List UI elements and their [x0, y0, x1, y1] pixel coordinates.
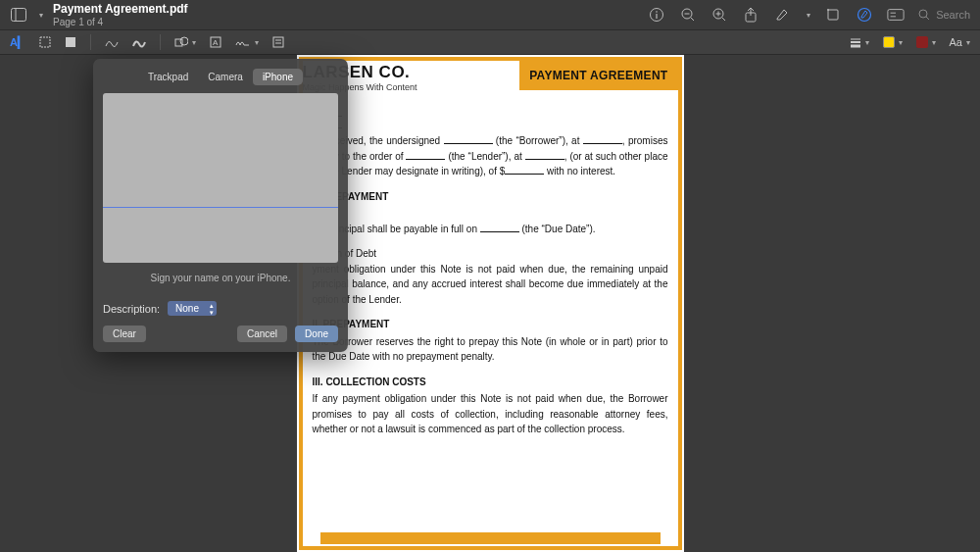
- doc-title-block: Payment Agreement.pdf Page 1 of 4: [53, 2, 188, 27]
- svg-line-6: [691, 18, 694, 21]
- page-body: ue received, the undersigned (the “Borro…: [303, 98, 678, 455]
- svg-point-25: [180, 37, 188, 45]
- shapes-tool[interactable]: ▾: [174, 36, 196, 48]
- markup-icon[interactable]: [856, 6, 873, 24]
- signature-baseline: [103, 207, 338, 208]
- markup-toolbar: A▎ ▾ A ▾ ▾ ▾ ▾ Aa▾: [0, 29, 980, 55]
- svg-point-15: [827, 9, 829, 11]
- svg-line-9: [722, 18, 725, 21]
- svg-rect-28: [273, 37, 283, 47]
- chevron-down-icon[interactable]: ▾: [807, 11, 810, 20]
- highlight-icon[interactable]: [773, 6, 791, 24]
- border-style-tool[interactable]: ▾: [850, 36, 869, 48]
- sketch-tool[interactable]: [105, 36, 119, 48]
- signature-panel: Trackpad Camera iPhone Sign your name on…: [93, 59, 348, 352]
- pdf-page: LARSEN CO. Magic Happens With Content PA…: [297, 55, 684, 552]
- section-prepayment-title: II. PREPAYMENT: [313, 317, 668, 332]
- svg-point-16: [858, 9, 871, 22]
- title-bar: ▾ Payment Agreement.pdf Page 1 of 4 ▾: [0, 0, 980, 29]
- search-box[interactable]: Search: [918, 9, 970, 21]
- info-icon[interactable]: [648, 6, 665, 24]
- rotate-icon[interactable]: [824, 6, 842, 24]
- signature-canvas[interactable]: [103, 93, 338, 263]
- description-label: Description:: [103, 303, 160, 315]
- rect-select-tool[interactable]: [39, 36, 51, 48]
- svg-rect-22: [40, 37, 50, 47]
- text-style-tool[interactable]: Aa▾: [950, 36, 970, 48]
- document-title-badge: PAYMENT AGREEMENT: [519, 61, 677, 90]
- stroke-color-tool[interactable]: ▾: [883, 36, 903, 48]
- section-repayment-title: OF REPAYMENT: [313, 189, 668, 205]
- page-footer-bar: [320, 532, 661, 544]
- tab-trackpad[interactable]: Trackpad: [138, 69, 198, 85]
- clear-button[interactable]: Clear: [103, 326, 146, 342]
- zoom-out-icon[interactable]: [679, 6, 697, 24]
- tab-camera[interactable]: Camera: [198, 69, 253, 85]
- draw-tool[interactable]: [132, 36, 146, 48]
- svg-point-20: [919, 10, 927, 18]
- tab-iphone[interactable]: iPhone: [253, 69, 303, 85]
- search-placeholder: Search: [936, 9, 970, 21]
- sidebar-toggle-icon[interactable]: [10, 6, 27, 24]
- text-tool[interactable]: A: [210, 36, 221, 48]
- svg-line-21: [926, 17, 929, 20]
- redact-tool[interactable]: [65, 36, 76, 48]
- svg-text:A: A: [213, 38, 219, 47]
- form-icon[interactable]: [887, 6, 905, 24]
- signature-caption: Sign your name on your iPhone.: [103, 273, 338, 283]
- signature-source-tabs: Trackpad Camera iPhone: [103, 69, 338, 85]
- sign-tool[interactable]: ▾: [235, 36, 259, 48]
- share-icon[interactable]: [742, 6, 760, 24]
- chevron-down-icon[interactable]: ▾: [39, 11, 43, 20]
- doc-title: Payment Agreement.pdf: [53, 2, 188, 16]
- zoom-in-icon[interactable]: [710, 6, 728, 24]
- svg-rect-17: [888, 10, 904, 21]
- svg-rect-23: [66, 37, 75, 47]
- svg-point-3: [656, 11, 658, 13]
- done-button[interactable]: Done: [295, 326, 338, 342]
- section-collection-title: III. COLLECTION COSTS: [313, 375, 668, 390]
- page-indicator: Page 1 of 4: [53, 17, 188, 27]
- svg-rect-0: [12, 9, 26, 22]
- note-tool[interactable]: [272, 36, 284, 48]
- cancel-button[interactable]: Cancel: [237, 326, 287, 342]
- description-select[interactable]: None ▴▾: [168, 301, 217, 316]
- svg-rect-14: [828, 10, 838, 20]
- text-select-tool[interactable]: A▎: [10, 36, 25, 49]
- svg-rect-24: [175, 39, 182, 46]
- fill-color-tool[interactable]: ▾: [916, 36, 936, 48]
